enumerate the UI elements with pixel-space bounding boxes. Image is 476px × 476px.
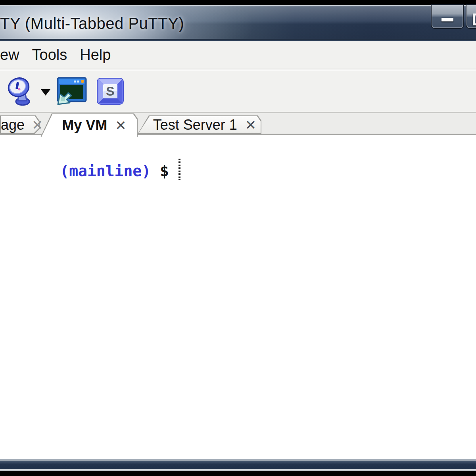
window-title: TY (Multi-Tabbed PuTTY) xyxy=(0,6,184,39)
connect-button[interactable] xyxy=(4,76,37,106)
screen-top-black-strip xyxy=(0,0,476,5)
menu-help[interactable]: Help xyxy=(73,46,117,63)
menu-bar: ew Tools Help xyxy=(0,41,476,69)
terminal-cursor xyxy=(178,159,180,180)
tab-session-page[interactable]: age ✕ xyxy=(0,115,40,134)
tab-label: My VM xyxy=(62,117,107,134)
maximize-button[interactable] xyxy=(466,4,476,29)
mtputty-window: TY (Multi-Tabbed PuTTY) ew Tools Help xyxy=(0,0,476,476)
tab-close-icon[interactable]: ✕ xyxy=(245,118,257,132)
terminal-window-icon xyxy=(56,77,88,106)
s-key-icon: S xyxy=(97,78,124,105)
tab-my-vm[interactable]: My VM ✕ xyxy=(40,113,138,137)
titlebar: TY (Multi-Tabbed PuTTY) xyxy=(0,6,476,39)
tab-label: Test Server 1 xyxy=(153,117,237,133)
prompt-branch: (mainline) xyxy=(60,162,151,180)
maximize-icon xyxy=(473,13,476,25)
send-script-button[interactable]: S xyxy=(94,76,127,106)
screen-bottom-black-strip xyxy=(0,471,476,476)
minimize-button[interactable] xyxy=(431,4,464,29)
tab-test-server-1[interactable]: Test Server 1 ✕ xyxy=(138,115,261,134)
session-tab-bar: age ✕ My VM ✕ Test Server 1 ✕ xyxy=(0,113,476,135)
attach-putty-button[interactable] xyxy=(56,76,89,106)
s-key-label: S xyxy=(106,84,114,98)
prompt-dollar: $ xyxy=(151,162,169,180)
chevron-down-icon xyxy=(41,89,50,96)
connect-dropdown-button[interactable] xyxy=(39,86,52,97)
terminal-prompt-line: (mainline) $ xyxy=(6,141,180,198)
toolbar: S xyxy=(0,71,476,113)
terminal-area[interactable]: (mainline) $ xyxy=(0,135,476,459)
tab-label: age xyxy=(1,117,25,133)
menu-tools[interactable]: Tools xyxy=(26,46,74,63)
minimize-icon xyxy=(441,18,453,21)
menu-view-partial[interactable]: ew xyxy=(0,46,26,63)
window-frame-bottom-bar xyxy=(0,461,476,469)
satellite-dish-icon xyxy=(4,76,37,106)
tab-close-icon[interactable]: ✕ xyxy=(115,119,127,132)
